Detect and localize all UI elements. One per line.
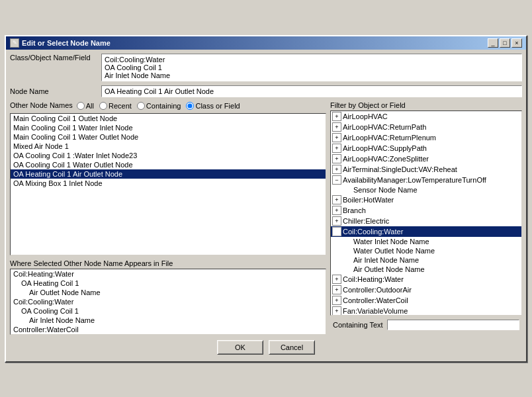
tree-label: AvailabilityManager:LowTemperatureTurnOf…	[343, 176, 486, 184]
expand-icon[interactable]: +	[332, 133, 341, 142]
radio-recent-label: Recent	[109, 102, 132, 110]
radio-class-or-field-label: Class or Field	[195, 102, 240, 110]
title-bar: ✎ Edit or Select Node Name _ □ ×	[6, 36, 526, 50]
tree-item-selected[interactable]: − Coil:Cooling:Water	[331, 226, 521, 237]
class-field-label: Class/Object Name/Field	[10, 54, 96, 62]
tree-leaf-item[interactable]: Sensor Node Name	[331, 185, 521, 195]
filter-tree[interactable]: + AirLoopHVAC + AirLoopHVAC:ReturnPath +…	[330, 110, 522, 316]
tree-item[interactable]: + AirLoopHVAC:SupplyPath	[331, 143, 521, 154]
appears-item: Coil:Cooling:Water	[11, 297, 326, 306]
tree-label: AirLoopHVAC:ZoneSplitter	[343, 155, 429, 163]
list-item[interactable]: OA Cooling Coil 1 :Water Inlet Node23	[11, 151, 326, 160]
expand-icon[interactable]: +	[332, 144, 341, 153]
maximize-button[interactable]: □	[500, 38, 510, 48]
appears-item: Controller:WaterCoil	[11, 325, 326, 334]
ok-button[interactable]: OK	[217, 340, 263, 355]
expand-icon[interactable]: +	[332, 306, 341, 316]
tree-item[interactable]: + Boiler:HotWater	[331, 195, 521, 205]
node-name-input[interactable]	[101, 85, 522, 97]
minimize-button[interactable]: _	[488, 38, 498, 48]
tree-label: AirLoopHVAC:ReturnPath	[343, 123, 426, 131]
tree-leaf-item[interactable]: Air Outlet Node Name	[331, 265, 521, 274]
radio-containing-label: Containing	[146, 102, 181, 110]
tree-item[interactable]: + Chiller:Electric	[331, 216, 521, 226]
expand-icon[interactable]: +	[332, 206, 341, 215]
expand-icon[interactable]: +	[332, 275, 341, 284]
expand-icon[interactable]: −	[332, 175, 341, 185]
tree-item[interactable]: + AirLoopHVAC:ZoneSplitter	[331, 154, 521, 164]
list-item-selected[interactable]: OA Heating Coil 1 Air Outlet Node	[11, 169, 326, 179]
radio-containing[interactable]: Containing	[137, 102, 181, 110]
expand-icon[interactable]: +	[332, 195, 341, 204]
cancel-button[interactable]: Cancel	[269, 340, 315, 355]
expand-icon[interactable]: −	[332, 227, 341, 236]
tree-item[interactable]: + Coil:Heating:Water	[331, 274, 521, 285]
list-item[interactable]: Main Cooling Coil 1 Water Outlet Node	[11, 132, 326, 142]
tree-leaf-item[interactable]: Water Outlet Node Name	[331, 246, 521, 255]
tree-item[interactable]: + Fan:VariableVolume	[331, 306, 521, 316]
class-field-section: Class/Object Name/Field Coil:Cooling:Wat…	[10, 54, 522, 81]
close-button[interactable]: ×	[511, 38, 522, 48]
other-nodes-list[interactable]: Main Cooling Coil 1 Outlet Node Main Coo…	[10, 113, 326, 255]
containing-text-label: Containing Text	[333, 321, 383, 329]
tree-label: Coil:Heating:Water	[343, 275, 404, 283]
list-item[interactable]: OA Mixing Box 1 Inlet Node	[11, 179, 326, 188]
expand-icon[interactable]: +	[332, 285, 341, 294]
list-item[interactable]: OA Cooling Coil 1 Water Outlet Node	[11, 160, 326, 169]
tree-item[interactable]: − AvailabilityManager:LowTemperatureTurn…	[331, 175, 521, 185]
node-name-section: Node Name	[10, 85, 522, 97]
left-panel: Other Node Names All Recent Containing	[10, 101, 326, 335]
tree-item[interactable]: + Controller:OutdoorAir	[331, 285, 521, 295]
tree-label: Sensor Node Name	[353, 186, 418, 194]
expand-icon[interactable]: +	[332, 122, 341, 132]
tree-item[interactable]: + AirLoopHVAC	[331, 111, 521, 122]
expand-icon[interactable]: +	[332, 296, 341, 305]
tree-label: Boiler:HotWater	[343, 196, 394, 204]
list-item[interactable]: Main Cooling Coil 1 Outlet Node	[11, 114, 326, 123]
tree-item[interactable]: + AirTerminal:SingleDuct:VAV:Reheat	[331, 164, 521, 175]
radio-all[interactable]: All	[77, 102, 94, 110]
window-title: Edit or Select Node Name	[22, 39, 111, 47]
node-name-label: Node Name	[10, 87, 96, 95]
where-appears-section: Where Selected Other Node Name Appears i…	[10, 259, 326, 335]
expand-icon[interactable]: +	[332, 216, 341, 226]
tree-label: AirLoopHVAC	[343, 112, 388, 120]
radio-group: All Recent Containing Class or Field	[77, 102, 240, 110]
tree-leaf-item[interactable]: Water Inlet Node Name	[331, 237, 521, 246]
tree-label: Coil:Cooling:Water	[343, 228, 403, 236]
main-content: Other Node Names All Recent Containing	[10, 101, 522, 335]
containing-text-input[interactable]	[387, 320, 519, 330]
expand-icon[interactable]: +	[332, 112, 341, 121]
radio-class-or-field[interactable]: Class or Field	[186, 102, 240, 110]
tree-label: Controller:OutdoorAir	[343, 286, 412, 294]
main-window: ✎ Edit or Select Node Name _ □ × Class/O…	[5, 35, 527, 363]
appears-item: Air Inlet Node Name	[11, 316, 326, 325]
appears-item: OA Cooling Coil 1	[11, 306, 326, 316]
tree-label: Chiller:Electric	[343, 217, 389, 225]
tree-leaf-item[interactable]: Air Inlet Node Name	[331, 255, 521, 265]
list-item[interactable]: Mixed Air Node 1	[11, 142, 326, 151]
tree-item[interactable]: + AirLoopHVAC:ReturnPlenum	[331, 132, 521, 143]
class-field-line3: Air Inlet Node Name	[105, 71, 519, 79]
tree-label: Branch	[343, 206, 366, 214]
tree-label: AirLoopHVAC:SupplyPath	[343, 144, 427, 152]
containing-text-row: Containing Text	[330, 320, 522, 330]
right-panel: Filter by Object or Field + AirLoopHVAC …	[330, 101, 522, 335]
tree-item[interactable]: + Branch	[331, 205, 521, 216]
tree-item[interactable]: + Controller:WaterCoil	[331, 295, 521, 306]
title-bar-buttons: _ □ ×	[488, 38, 522, 48]
where-appears-list[interactable]: Coil:Heating:Water OA Heating Coil 1 Air…	[10, 269, 326, 335]
radio-recent[interactable]: Recent	[99, 102, 132, 110]
where-appears-label: Where Selected Other Node Name Appears i…	[10, 259, 326, 267]
expand-icon[interactable]: +	[332, 154, 341, 163]
list-item[interactable]: Main Cooling Coil 1 Water Inlet Node	[11, 123, 326, 132]
tree-label: Air Inlet Node Name	[353, 256, 419, 264]
tree-label: Air Outlet Node Name	[353, 265, 425, 273]
radio-all-label: All	[86, 102, 94, 110]
other-node-names-label: Other Node Names	[10, 101, 73, 109]
tree-item[interactable]: + AirLoopHVAC:ReturnPath	[331, 122, 521, 132]
button-row: OK Cancel	[10, 340, 522, 357]
window-body: Class/Object Name/Field Coil:Cooling:Wat…	[6, 50, 526, 361]
expand-icon[interactable]: +	[332, 165, 341, 174]
window-icon: ✎	[10, 38, 19, 48]
